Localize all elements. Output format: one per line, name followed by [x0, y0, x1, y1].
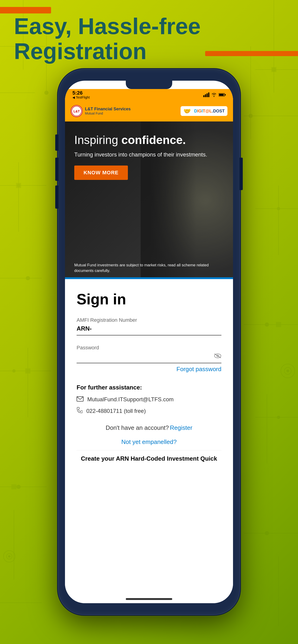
- silent-button[interactable]: [55, 186, 59, 209]
- hero-subtitle: Turning investors into champions of thei…: [74, 151, 224, 158]
- battery-icon: [219, 93, 226, 97]
- svg-point-33: [17, 485, 21, 489]
- orange-bar-bottom: [205, 51, 298, 56]
- svg-point-34: [265, 531, 269, 535]
- dost-text: DIGIT@L.DOST: [194, 109, 225, 114]
- hero-blue-strip: [65, 277, 233, 279]
- arn-label: AMFI Registration Number: [77, 317, 221, 323]
- signin-title: Sign in: [77, 291, 221, 308]
- svg-point-26: [249, 114, 252, 118]
- signin-form: Sign in AMFI Registration Number ARN- Pa…: [65, 279, 233, 603]
- know-more-button[interactable]: KNOW MORE: [74, 166, 128, 180]
- svg-text:🤝: 🤝: [183, 108, 191, 114]
- status-time: 5:26: [72, 90, 90, 96]
- status-bar: 5:26 ◀ TestFlight: [65, 89, 233, 100]
- dost-logo: 🤝 DIGIT@L.DOST: [181, 106, 227, 116]
- bottom-cta: Create your ARN Hard-Coded Investment Qu…: [77, 450, 221, 462]
- lt-brand-sub: Mutual Fund: [85, 112, 131, 115]
- svg-rect-48: [225, 94, 226, 96]
- orange-bar-top: [0, 7, 51, 14]
- assistance-section: For further assistance: MutualFund.ITSup…: [77, 384, 221, 415]
- lt-logo-icon: L&T: [71, 105, 83, 117]
- handshake-icon: 🤝: [183, 108, 193, 114]
- svg-point-43: [287, 370, 289, 372]
- lt-logo: L&T L&T Financial Services Mutual Fund: [71, 105, 131, 117]
- register-section: Don't have an account? Register: [77, 424, 221, 432]
- email-item: MutualFund.ITSupport@LTFS.com: [77, 396, 221, 403]
- testflight-back[interactable]: ◀ TestFlight: [72, 96, 90, 99]
- svg-point-29: [26, 276, 30, 280]
- page-title: Easy, Hassle-free Registration: [14, 14, 200, 64]
- phone-notch: [126, 81, 172, 89]
- phone-icon: [77, 407, 83, 415]
- password-input-row: [77, 352, 221, 363]
- home-indicator: [126, 598, 172, 600]
- svg-rect-49: [219, 94, 224, 96]
- app-header: L&T L&T Financial Services Mutual Fund 🤝…: [65, 100, 233, 122]
- status-icons: [203, 92, 226, 97]
- lt-brand-name: L&T Financial Services: [85, 107, 131, 112]
- svg-point-46: [8, 556, 10, 557]
- lt-logo-text: L&T Financial Services Mutual Fund: [85, 107, 131, 115]
- svg-text:L&T: L&T: [73, 110, 80, 113]
- password-toggle-icon[interactable]: [214, 352, 221, 360]
- signal-icon: [203, 92, 209, 97]
- phone-mockup: 5:26 ◀ TestFlight: [59, 70, 239, 614]
- svg-rect-37: [16, 183, 21, 188]
- svg-point-32: [277, 416, 280, 419]
- arn-field-group: AMFI Registration Number ARN-: [77, 317, 221, 336]
- svg-point-24: [45, 91, 48, 94]
- password-label: Password: [77, 345, 221, 351]
- forgot-password-link[interactable]: Forgot password: [77, 366, 221, 373]
- arn-input[interactable]: ARN-: [77, 325, 221, 336]
- phone-item: 022-48801711 (toll free): [77, 407, 221, 415]
- email-text[interactable]: MutualFund.ITSupport@LTFS.com: [87, 396, 174, 403]
- hero-banner: Inspiring confidence. Turning investors …: [65, 122, 233, 279]
- email-icon: [77, 396, 84, 403]
- svg-rect-39: [26, 368, 30, 373]
- volume-down-button[interactable]: [55, 158, 59, 181]
- svg-rect-38: [276, 322, 281, 327]
- hero-content: Inspiring confidence. Turning investors …: [74, 133, 224, 180]
- wifi-icon: [211, 93, 217, 97]
- register-prompt: Don't have an account?: [106, 424, 169, 431]
- assistance-title: For further assistance:: [77, 384, 221, 391]
- svg-rect-40: [12, 484, 16, 489]
- hero-disclaimer: Mutual Fund investments are subject to m…: [74, 262, 224, 274]
- svg-point-28: [277, 207, 280, 210]
- password-field-group: Password: [77, 345, 221, 363]
- svg-point-30: [265, 323, 269, 326]
- volume-up-button[interactable]: [55, 134, 59, 151]
- empanel-link[interactable]: Not yet empanelled?: [77, 438, 221, 446]
- power-button[interactable]: [239, 158, 243, 190]
- phone-text[interactable]: 022-48801711 (toll free): [86, 408, 146, 414]
- hero-title: Inspiring confidence.: [74, 133, 224, 147]
- phone-screen: 5:26 ◀ TestFlight: [65, 81, 233, 603]
- register-link[interactable]: Register: [170, 424, 192, 431]
- svg-rect-36: [271, 67, 276, 72]
- svg-point-31: [13, 370, 15, 372]
- status-left: 5:26 ◀ TestFlight: [72, 90, 90, 99]
